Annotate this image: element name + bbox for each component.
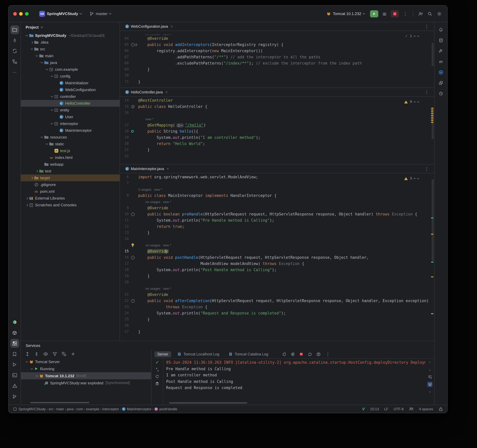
problems-tool-button[interactable] bbox=[10, 381, 19, 390]
console-more-icon[interactable]: ⋮ bbox=[325, 351, 331, 357]
filter-icon[interactable] bbox=[53, 352, 57, 356]
service-item-running[interactable]: Running bbox=[21, 365, 151, 372]
service-item-tomcat-server[interactable]: Tomcat Server bbox=[21, 358, 151, 365]
tree-item-external-libraries[interactable]: External Libraries bbox=[21, 195, 120, 202]
maven-tool-button[interactable]: m bbox=[436, 57, 445, 66]
editor-hellocontroller[interactable]: 9 14@RestController15public class HelloC… bbox=[120, 97, 434, 164]
tab-options-icon[interactable]: ⋮ bbox=[423, 24, 430, 29]
tool-window-switcher-icon[interactable] bbox=[13, 407, 17, 411]
console-output[interactable]: 05-Jun-2024 11:36:10.263 INFO [Catalina-… bbox=[163, 359, 425, 405]
terminal-tool-button[interactable] bbox=[10, 371, 19, 380]
intention-bulb-icon[interactable] bbox=[131, 243, 134, 247]
annotation-gutter-icon[interactable]: @ bbox=[135, 42, 137, 48]
minimize-window-button[interactable] bbox=[19, 12, 23, 15]
overrides-method-icon[interactable]: ↑ bbox=[131, 256, 135, 259]
inlay-hint-line[interactable]: no usages new * bbox=[120, 31, 434, 35]
database-tool-button[interactable] bbox=[436, 36, 445, 45]
scroll-down-icon[interactable]: ↓ bbox=[427, 367, 433, 372]
next-line-icon[interactable]: › bbox=[427, 389, 433, 394]
inlay-hint-line[interactable]: no usages new * bbox=[120, 199, 434, 205]
code-line[interactable]: 68 .excludePathPatterns("/index/**"); //… bbox=[120, 60, 434, 66]
chevron-right-icon[interactable] bbox=[36, 170, 38, 172]
code-with-me-users-icon[interactable] bbox=[409, 407, 414, 411]
chevron-down-icon[interactable] bbox=[41, 136, 43, 138]
tree-item-java[interactable]: java bbox=[21, 59, 120, 66]
deploy-all-icon[interactable] bbox=[316, 352, 321, 357]
code-line[interactable]: 16 bbox=[120, 110, 434, 116]
chevron-down-icon[interactable] bbox=[51, 122, 53, 125]
tree-item-maininitializer[interactable]: CMainInitializer bbox=[21, 79, 120, 86]
service-item-tomcat-10-1-232[interactable]: Tomcat 10.1.232[local] bbox=[21, 372, 151, 379]
chevron-down-icon[interactable] bbox=[25, 34, 28, 36]
bean-gutter-icon[interactable] bbox=[131, 105, 135, 108]
breadcrumb-item-interceptor[interactable]: interceptor bbox=[102, 407, 119, 411]
code-line[interactable]: 19 System.out.println("I am controller m… bbox=[120, 134, 434, 141]
code-line[interactable]: 67 .addPathPatterns("/**") // add the in… bbox=[120, 54, 434, 60]
tree-item-webconfiguration[interactable]: CWebConfiguration bbox=[21, 86, 120, 93]
structure-tool-button[interactable] bbox=[10, 57, 19, 66]
pull-requests-tool-button[interactable] bbox=[10, 47, 19, 55]
code-line[interactable]: 11 System.out.println("Pre Handle method… bbox=[120, 217, 434, 224]
overrides-method-icon[interactable]: ↑ bbox=[131, 212, 135, 216]
console-tab-tomcat-localhost-log[interactable]: Tomcat Localhost Log bbox=[174, 351, 222, 357]
tree-item-resources[interactable]: resources bbox=[21, 134, 120, 141]
bookmarks-tool-button[interactable] bbox=[10, 350, 19, 358]
scroll-to-caret-icon[interactable] bbox=[427, 374, 433, 380]
prev-problem-icon[interactable] bbox=[414, 178, 416, 180]
run-configuration-widget[interactable]: Tomcat 10.1.232 bbox=[324, 10, 367, 17]
code-line[interactable]: 27} bbox=[120, 329, 434, 335]
prev-problem-icon[interactable] bbox=[414, 36, 416, 38]
ideavim-icon[interactable]: V bbox=[362, 407, 365, 411]
code-line[interactable]: 23 throws Exception { bbox=[120, 304, 434, 310]
code-with-me-icon[interactable] bbox=[417, 11, 424, 17]
code-line[interactable]: 69 } bbox=[120, 66, 434, 73]
code-line[interactable]: 14@RestController bbox=[120, 97, 434, 103]
chevron-down-icon[interactable] bbox=[30, 48, 33, 50]
code-line[interactable]: 70 bbox=[120, 73, 434, 79]
chevron-down-icon[interactable] bbox=[51, 95, 53, 97]
code-line[interactable]: 20 bbox=[120, 279, 434, 285]
notifications-bell-icon[interactable] bbox=[436, 25, 445, 34]
code-line[interactable]: 12 return true; bbox=[120, 224, 434, 230]
chevron-down-icon[interactable] bbox=[46, 142, 48, 145]
close-window-button[interactable] bbox=[13, 12, 17, 15]
zoom-window-button[interactable] bbox=[25, 12, 29, 15]
request-mapping-icon[interactable] bbox=[131, 130, 134, 133]
endpoints-tool-button[interactable] bbox=[10, 318, 19, 327]
tree-item-controller[interactable]: controller bbox=[21, 93, 120, 100]
ai-assistant-tool-button[interactable] bbox=[436, 68, 445, 77]
code-line[interactable]: 14 bbox=[120, 236, 434, 242]
code-line[interactable]: 24 System.out.println("Request and Respo… bbox=[120, 310, 434, 316]
build-tool-button[interactable] bbox=[436, 47, 445, 55]
chevron-down-icon[interactable] bbox=[25, 360, 28, 363]
breadcrumb-item-com[interactable]: com bbox=[76, 407, 83, 411]
chevron-down-icon[interactable] bbox=[51, 109, 53, 111]
caret-position[interactable]: 15:13 bbox=[370, 407, 379, 411]
expand-all-icon[interactable] bbox=[25, 352, 30, 356]
chevron-right-icon[interactable] bbox=[25, 204, 28, 206]
stop-console-icon[interactable] bbox=[299, 352, 304, 357]
add-service-icon[interactable] bbox=[71, 352, 75, 356]
redeploy-icon[interactable] bbox=[155, 374, 159, 379]
prev-problem-icon[interactable] bbox=[414, 101, 416, 103]
tree-item-scratches-and-consoles[interactable]: Scratches and Consoles bbox=[21, 202, 120, 208]
tree-item-webapp[interactable]: webapp bbox=[21, 161, 120, 168]
settings-gear-icon[interactable] bbox=[436, 11, 442, 17]
readonly-lock-icon[interactable] bbox=[438, 407, 443, 411]
close-tab-icon[interactable]: × bbox=[165, 90, 168, 94]
inlay-hint-line[interactable]: 2 usages new * bbox=[120, 186, 434, 193]
code-line[interactable]: 8public class MainInterceptor implements… bbox=[120, 193, 434, 199]
inlay-hint-line[interactable]: no usages new * bbox=[120, 242, 434, 248]
code-line[interactable]: 13 } bbox=[120, 230, 434, 236]
code-line[interactable]: 7 bbox=[120, 180, 434, 186]
dependencies-tool-button[interactable] bbox=[10, 328, 19, 337]
tab-webconfiguration[interactable]: C WebConfiguration.java × bbox=[122, 22, 176, 31]
code-line[interactable]: 65↑@ public void addInterceptors(Interce… bbox=[120, 42, 434, 48]
editor-maininterceptor[interactable]: 3 6import org.springframework.web.servle… bbox=[120, 173, 434, 341]
project-panel-header[interactable]: Project bbox=[21, 22, 120, 32]
project-tool-button[interactable] bbox=[10, 25, 19, 34]
version-control-tool-button[interactable] bbox=[10, 392, 19, 401]
code-line[interactable]: 6import org.springframework.web.servlet.… bbox=[120, 174, 434, 180]
code-line[interactable]: 17 @GetMapping("/hello") bbox=[120, 122, 434, 128]
tree-item-entity[interactable]: entity bbox=[21, 107, 120, 114]
